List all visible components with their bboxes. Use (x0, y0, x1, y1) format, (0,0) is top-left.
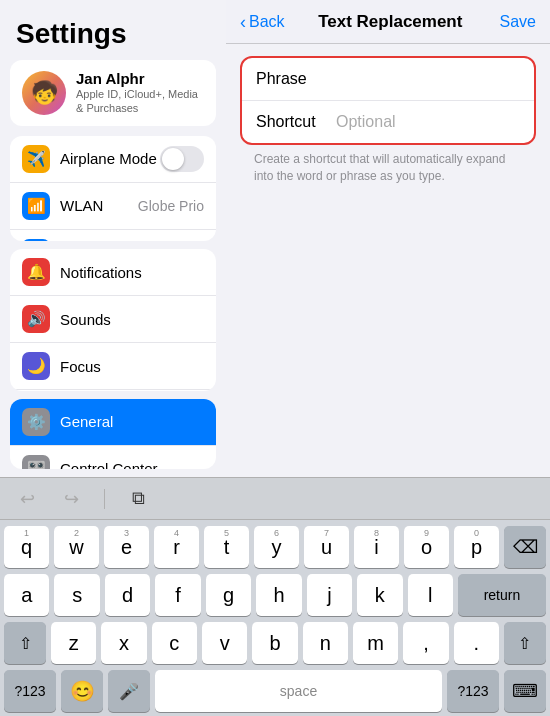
key-r[interactable]: 4r (154, 526, 199, 568)
key-p[interactable]: 0p (454, 526, 499, 568)
connectivity-group: ✈️ Airplane Mode 📶 WLAN Globe Prio 🔵 Blu… (10, 136, 216, 242)
notifications-label: Notifications (60, 264, 204, 281)
paste-button[interactable]: ⧉ (123, 484, 153, 514)
sidebar-item-bluetooth[interactable]: 🔵 Bluetooth On (10, 230, 216, 242)
key-row-2: a s d f g h j k l return (4, 574, 546, 616)
keyboard: 1q 2w 3e 4r 5t 6y 7u 8i 9o 0p ⌫ a s d f … (0, 520, 550, 716)
key-y[interactable]: 6y (254, 526, 299, 568)
control-center-icon: 🎛️ (22, 455, 50, 469)
key-e[interactable]: 3e (104, 526, 149, 568)
nav-bar: ‹ Back Text Replacement Save (226, 0, 550, 44)
key-w[interactable]: 2w (54, 526, 99, 568)
general-label: General (60, 413, 204, 430)
profile-info: Jan Alphr Apple ID, iCloud+, Media & Pur… (76, 70, 204, 116)
focus-label: Focus (60, 358, 204, 375)
profile-subtitle: Apple ID, iCloud+, Media & Purchases (76, 87, 204, 116)
key-comma[interactable]: , (403, 622, 448, 664)
key-x[interactable]: x (101, 622, 146, 664)
num-key-right[interactable]: ?123 (447, 670, 499, 712)
emoji-key[interactable]: 😊 (61, 670, 103, 712)
wlan-icon: 📶 (22, 192, 50, 220)
key-l[interactable]: l (408, 574, 453, 616)
space-key[interactable]: space (155, 670, 442, 712)
sidebar-item-control-center[interactable]: 🎛️ Control Center (10, 446, 216, 469)
key-row-4: ?123 😊 🎤 space ?123 ⌨ (4, 670, 546, 712)
shift-key[interactable]: ⇧ (4, 622, 46, 664)
key-o[interactable]: 9o (404, 526, 449, 568)
wlan-value: Globe Prio (138, 198, 204, 214)
airplane-mode-label: Airplane Mode (60, 150, 160, 167)
general-group: ⚙️ General 🎛️ Control Center (10, 399, 216, 469)
shift-right-key[interactable]: ⇧ (504, 622, 546, 664)
space-label: space (280, 683, 317, 699)
key-g[interactable]: g (206, 574, 251, 616)
key-t[interactable]: 5t (204, 526, 249, 568)
sidebar: Settings 🧒 Jan Alphr Apple ID, iCloud+, … (0, 0, 226, 477)
keyboard-toolbar: ↩ ↪ ⧉ (0, 478, 550, 520)
notifications-group: 🔔 Notifications 🔊 Sounds 🌙 Focus ⏳ Scree… (10, 249, 216, 390)
sidebar-item-wlan[interactable]: 📶 WLAN Globe Prio (10, 183, 216, 230)
settings-title: Settings (0, 0, 226, 60)
num-key[interactable]: ?123 (4, 670, 56, 712)
shortcut-label: Shortcut (256, 113, 336, 131)
back-button[interactable]: ‹ Back (240, 13, 285, 31)
form-container: Phrase Shortcut Create a shortcut that w… (226, 44, 550, 205)
right-panel: ‹ Back Text Replacement Save Phrase Shor… (226, 0, 550, 477)
key-row-3: ⇧ z x c v b n m , . ⇧ (4, 622, 546, 664)
key-k[interactable]: k (357, 574, 402, 616)
phrase-input[interactable] (336, 70, 536, 88)
toolbar-divider (104, 489, 105, 509)
sounds-label: Sounds (60, 311, 204, 328)
return-key[interactable]: return (458, 574, 546, 616)
sidebar-item-sounds[interactable]: 🔊 Sounds (10, 296, 216, 343)
focus-icon: 🌙 (22, 352, 50, 380)
sounds-icon: 🔊 (22, 305, 50, 333)
key-row-1: 1q 2w 3e 4r 5t 6y 7u 8i 9o 0p ⌫ (4, 526, 546, 568)
avatar: 🧒 (22, 71, 66, 115)
sidebar-item-general[interactable]: ⚙️ General (10, 399, 216, 446)
sidebar-item-airplane-mode[interactable]: ✈️ Airplane Mode (10, 136, 216, 183)
mic-key[interactable]: 🎤 (108, 670, 150, 712)
profile-card[interactable]: 🧒 Jan Alphr Apple ID, iCloud+, Media & P… (10, 60, 216, 126)
key-v[interactable]: v (202, 622, 247, 664)
back-label: Back (249, 13, 285, 31)
key-s[interactable]: s (54, 574, 99, 616)
key-c[interactable]: c (152, 622, 197, 664)
save-button[interactable]: Save (496, 13, 536, 31)
page-title: Text Replacement (285, 12, 496, 32)
phrase-label: Phrase (256, 70, 336, 88)
key-n[interactable]: n (303, 622, 348, 664)
undo-button[interactable]: ↩ (12, 484, 42, 514)
key-z[interactable]: z (51, 622, 96, 664)
airplane-mode-toggle[interactable] (160, 146, 204, 172)
sidebar-item-notifications[interactable]: 🔔 Notifications (10, 249, 216, 296)
key-u[interactable]: 7u (304, 526, 349, 568)
key-q[interactable]: 1q (4, 526, 49, 568)
sidebar-item-focus[interactable]: 🌙 Focus (10, 343, 216, 390)
key-b[interactable]: b (252, 622, 297, 664)
form-hint: Create a shortcut that will automaticall… (240, 145, 536, 193)
key-j[interactable]: j (307, 574, 352, 616)
key-d[interactable]: d (105, 574, 150, 616)
bluetooth-icon: 🔵 (22, 239, 50, 242)
shortcut-row: Shortcut (242, 101, 534, 143)
key-period[interactable]: . (454, 622, 499, 664)
control-center-label: Control Center (60, 460, 204, 469)
notifications-icon: 🔔 (22, 258, 50, 286)
back-arrow-icon: ‹ (240, 13, 246, 31)
key-f[interactable]: f (155, 574, 200, 616)
key-h[interactable]: h (256, 574, 301, 616)
general-icon: ⚙️ (22, 408, 50, 436)
key-m[interactable]: m (353, 622, 398, 664)
key-i[interactable]: 8i (354, 526, 399, 568)
shortcut-input[interactable] (336, 113, 536, 131)
airplane-mode-icon: ✈️ (22, 145, 50, 173)
profile-name: Jan Alphr (76, 70, 204, 87)
keyboard-key[interactable]: ⌨ (504, 670, 546, 712)
backspace-key[interactable]: ⌫ (504, 526, 546, 568)
key-a[interactable]: a (4, 574, 49, 616)
wlan-label: WLAN (60, 197, 138, 214)
keyboard-area: ↩ ↪ ⧉ 1q 2w 3e 4r 5t 6y 7u 8i 9o 0p ⌫ a … (0, 477, 550, 716)
form-card: Phrase Shortcut (240, 56, 536, 145)
redo-button[interactable]: ↪ (56, 484, 86, 514)
